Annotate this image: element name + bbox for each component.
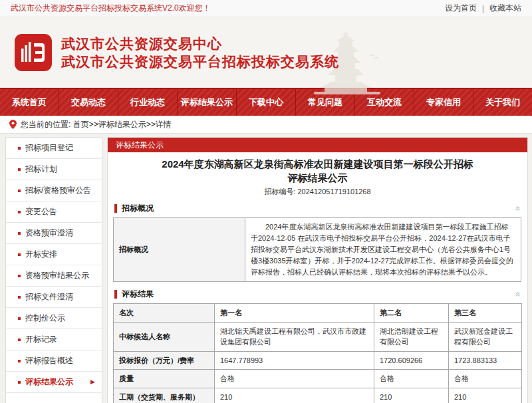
overview-table: 招标概况 2024年度东湖高新区龙泉街高标准农田新建建设项目第一标段工程施工招标… [113,217,521,282]
set-home-link[interactable]: 设为首页 [445,3,477,14]
sidebar-item-bid-plan[interactable]: 招标计划 [6,159,102,180]
nav-item-home[interactable]: 系统首页 [0,89,59,116]
row-label: 投标报价（万元）/费率 [114,351,215,370]
red-tick-icon [114,204,117,213]
header-titles: 武汉市公共资源交易中心 武汉市公共资源交易平台招标投标交易系统 [61,35,339,70]
sidebar-item-bid-opening-arrangement[interactable]: 开标安排 [6,244,102,265]
sidebar-item-prequalification-announcement[interactable]: 招标/资格预审公告 [6,180,102,202]
notice-title-line2: 评标结果公示 [108,171,527,185]
table-cell: 210 [215,388,374,403]
welcome-text: 武汉市公共资源交易平台招标投标交易系统V2.0欢迎您！ [11,3,211,14]
nav-item-evaluation-results[interactable]: 评标结果公示 [178,89,237,116]
table-cell: 第二名 [374,304,449,323]
table-cell: 合格 [449,370,522,388]
table-row: 质量 合格 合格 合格 [114,370,522,388]
sidebar-item-prequalification-clarification[interactable]: 资格预审澄清 [6,223,102,244]
table-cell: 第一名 [215,304,374,323]
breadcrumb-bar: 您当前的位置: 首页>>评标结果公示>>详情 [0,116,532,134]
table-cell: 1723.883133 [449,351,522,370]
bullet-icon [18,296,21,299]
table-cell: 湖北浩朗建设工程有限公司 [374,322,449,351]
row-label: 质量 [114,370,215,388]
bullet-icon [18,381,21,384]
favorite-link[interactable]: 收藏本站 [489,3,521,14]
table-cell: 210 [449,388,522,403]
red-tick-icon [114,290,117,299]
system-title: 武汉市公共资源交易平台招标投标交易系统 [61,53,339,70]
result-table: 名次 第一名 第二名 第三名 中标候选人名称 湖北锦天禹建设工程有限公司，武汉市… [113,303,522,403]
sidebar-item-change-announcement[interactable]: 变更公告 [6,202,102,223]
section-result-header: 评标结果 « [108,286,527,302]
content: 招标项目登记 招标计划 招标/资格预审公告 变更公告 资格预审澄清 开标安排 资… [0,134,532,403]
table-cell: 1720.609266 [374,351,449,370]
table-cell: 合格 [215,370,374,388]
nav-item-expert-credit[interactable]: 专家信用 [414,89,473,116]
nav-item-downloads[interactable]: 下载中心 [237,89,296,116]
breadcrumb: 您当前的位置: 首页>>评标结果公示>>详情 [21,119,172,130]
active-arrow-icon: ▶ [90,372,95,392]
row-label: 招标概况 [114,218,245,282]
overview-text-cell: 2024年度东湖高新区龙泉街高标准农田新建建设项目第一标段工程施工招标于2024… [245,218,521,282]
topbar-links: 设为首页 | 收藏本站 [445,3,521,14]
table-row: 中标候选人名称 湖北锦天禹建设工程有限公司，武汉市市政建设集团有限公司 湖北浩朗… [114,322,522,351]
section-overview-title: 招标概况 [122,203,154,214]
overview-text: 2024年度东湖高新区龙泉街高标准农田新建建设项目第一标段工程施工招标于2024… [251,221,515,278]
section-result-title: 评标结果 [122,289,154,300]
bullet-icon [18,317,21,320]
location-pin-icon [9,120,17,129]
sidebar-item-evaluation-report-summary[interactable]: 评标报告概述 [6,350,102,372]
bullet-icon [18,338,21,341]
nav-item-industry-news[interactable]: 行业动态 [118,89,178,116]
site-header: 武汉市公共资源交易中心 武汉市公共资源交易平台招标投标交易系统 [0,17,532,88]
bullet-icon [18,360,21,362]
bid-number: 招标编号: 202412051719101268 [108,187,527,197]
sidebar-item-evaluation-results[interactable]: 评标结果公示▶ [6,372,102,393]
table-row: 投标报价（万元）/费率 1647.778993 1720.609266 1723… [114,351,522,370]
section-overview-header: 招标概况 « [108,200,527,216]
bullet-icon [18,168,21,171]
table-row: 招标概况 2024年度东湖高新区龙泉街高标准农田新建建设项目第一标段工程施工招标… [114,218,521,282]
bullet-icon [18,275,21,277]
table-cell: 第三名 [449,304,522,323]
table-cell: 1647.778993 [215,351,374,370]
row-label: 名次 [114,304,215,323]
table-cell: 合格 [374,370,449,388]
sidebar: 招标项目登记 招标计划 招标/资格预审公告 变更公告 资格预审澄清 开标安排 资… [5,137,102,403]
row-label: 中标候选人名称 [114,322,215,351]
table-cell: 湖北锦天禹建设工程有限公司，武汉市市政建设集团有限公司 [215,322,374,351]
panel-title: 评标结果公示 [108,138,527,152]
bullet-icon [18,147,21,150]
collapse-overview-icon[interactable]: « [514,205,523,210]
sidebar-item-control-price[interactable]: 控制价公示 [6,308,102,329]
bullet-icon [18,232,21,235]
main-panel: 评标结果公示 2024年度东湖高新区龙泉街高标准农田新建建设项目第一标段公开招标… [107,137,528,403]
nav-item-about[interactable]: 关于我们 [473,89,532,116]
sidebar-item-bid-document-clarification[interactable]: 招标文件澄清 [6,287,102,308]
topbar: 武汉市公共资源交易平台招标投标交易系统V2.0欢迎您！ 设为首页 | 收藏本站 [0,0,532,17]
row-label: 工期（交货期、服务期） [114,388,215,403]
sidebar-item-bid-opening-record[interactable]: 开标记录 [6,329,102,350]
nav-item-trade-news[interactable]: 交易动态 [59,89,118,116]
site-logo-icon[interactable] [15,34,52,71]
table-cell: 210 [374,388,449,403]
collapse-result-icon[interactable]: « [514,292,523,297]
sidebar-item-project-registration[interactable]: 招标项目登记 [6,138,102,159]
topbar-divider: | [482,4,484,13]
notice-title-line1: 2024年度东湖高新区龙泉街高标准农田新建建设项目第一标段公开招标 [108,157,527,171]
table-row: 工期（交货期、服务期） 210 210 210 [114,388,522,403]
site-title: 武汉市公共资源交易中心 [61,35,339,53]
main-nav: 系统首页 交易动态 行业动态 评标结果公示 下载中心 常见问题 互动交流 专家信… [0,88,532,116]
bullet-icon [18,253,21,256]
bullet-icon [18,211,21,213]
notice-title: 2024年度东湖高新区龙泉街高标准农田新建建设项目第一标段公开招标 评标结果公示 [108,157,527,185]
sidebar-item-prequalification-results[interactable]: 资格预审结果公示 [6,265,102,287]
bullet-icon [18,190,21,192]
table-row: 名次 第一名 第二名 第三名 [114,304,522,323]
table-cell: 武汉新冠金建设工程有限公司 [449,322,522,351]
